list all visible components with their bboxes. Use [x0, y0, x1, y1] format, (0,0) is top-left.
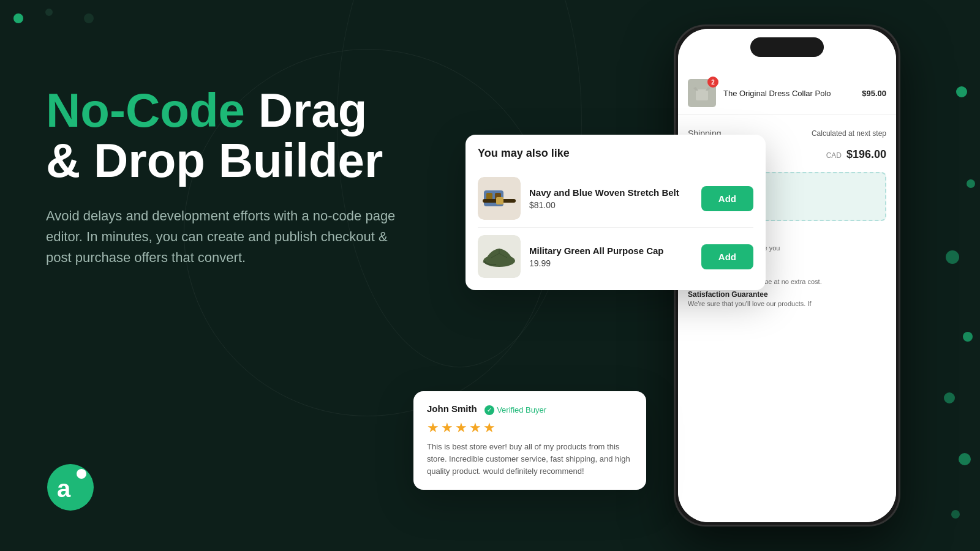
svg-point-4: [967, 179, 975, 188]
star-1: ★: [427, 420, 439, 436]
verified-badge: ✓ Verified Buyer: [484, 405, 546, 415]
belt-price: $81.00: [529, 200, 693, 210]
cap-name: Military Green All Purpose Cap: [529, 246, 693, 256]
cap-price: 19.99: [529, 258, 693, 268]
svg-point-9: [951, 510, 960, 519]
left-content: No-Code Drag & Drop Builder Avoid delays…: [46, 86, 462, 268]
star-rating: ★ ★ ★ ★ ★: [427, 420, 633, 436]
phone-container: 2 The Original Dress Collar Polo $95.00 …: [674, 24, 907, 527]
logo-container: a: [46, 463, 95, 514]
belt-image: [478, 177, 521, 220]
svg-point-8: [959, 453, 971, 465]
svg-point-6: [963, 332, 973, 342]
verified-check-icon: ✓: [484, 405, 494, 415]
star-4: ★: [469, 420, 481, 436]
headline-green: No-Code: [46, 83, 245, 137]
main-headline: No-Code Drag & Drop Builder: [46, 86, 462, 186]
svg-rect-19: [496, 197, 503, 204]
subtitle-text: Avoid delays and development efforts wit…: [46, 206, 413, 268]
svg-point-1: [45, 9, 53, 16]
star-5: ★: [483, 420, 496, 436]
belt-name: Navy and Blue Woven Stretch Belt: [529, 187, 693, 198]
right-dots: [925, 0, 980, 551]
review-card: John Smith ✓ Verified Buyer ★ ★ ★ ★ ★ Th…: [413, 391, 646, 490]
review-text: This is best store ever! buy all of my p…: [427, 441, 633, 478]
upsell-title: You may also like: [478, 147, 753, 160]
currency-label: CAD: [826, 151, 842, 160]
belt-info: Navy and Blue Woven Stretch Belt $81.00: [529, 187, 693, 210]
cap-info: Military Green All Purpose Cap 19.99: [529, 246, 693, 268]
star-2: ★: [441, 420, 453, 436]
total-amount: $196.00: [846, 148, 886, 160]
headline-white-1: Drag: [258, 83, 368, 137]
cart-product-name: The Original Dress Collar Polo: [723, 89, 862, 98]
cart-badge: 2: [707, 77, 718, 88]
reviewer-header: John Smith ✓ Verified Buyer: [427, 403, 633, 415]
cap-image: [478, 235, 521, 278]
satisfaction-title: Satisfaction Guarantee: [688, 290, 886, 299]
svg-text:a: a: [57, 475, 71, 502]
shipping-value: Calculated at next step: [812, 129, 886, 138]
satisfaction-desc: We're sure that you'll love our products…: [688, 300, 886, 307]
reviewer-name: John Smith: [427, 403, 477, 414]
svg-point-7: [944, 392, 955, 403]
app-logo: a: [46, 463, 95, 512]
svg-point-5: [946, 250, 959, 264]
top-left-dots: [0, 0, 123, 39]
svg-point-2: [84, 13, 94, 23]
svg-point-3: [956, 86, 967, 97]
total-value-group: CAD $196.00: [826, 148, 886, 161]
cart-product-price: $95.00: [862, 89, 886, 98]
headline-line2: & Drop Builder: [46, 133, 383, 187]
upsell-item-cap: Military Green All Purpose Cap 19.99 Add: [478, 228, 753, 278]
verified-label: Verified Buyer: [497, 405, 546, 414]
cap-add-button[interactable]: Add: [701, 244, 753, 269]
cart-item: 2 The Original Dress Collar Polo $95.00: [678, 72, 896, 115]
upsell-card: You may also like Navy and Blue Woven St…: [466, 135, 766, 290]
svg-rect-13: [696, 89, 708, 100]
belt-add-button[interactable]: Add: [701, 186, 753, 211]
phone-notch: [750, 37, 824, 57]
upsell-item-belt: Navy and Blue Woven Stretch Belt $81.00 …: [478, 170, 753, 228]
svg-point-0: [13, 13, 23, 23]
star-3: ★: [455, 420, 467, 436]
cart-icon-wrapper: 2: [688, 79, 716, 107]
